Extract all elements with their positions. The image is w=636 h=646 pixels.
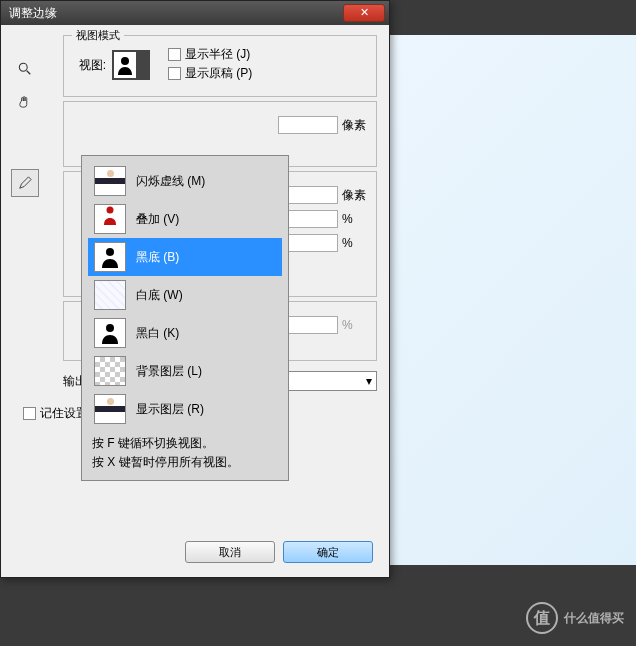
unit-label: % [342, 236, 366, 250]
show-radius-checkbox[interactable]: 显示半径 (J) [168, 46, 252, 63]
unit-label: 像素 [342, 187, 366, 204]
dropdown-item-label: 叠加 (V) [136, 211, 179, 228]
dropdown-item-label: 显示图层 (R) [136, 401, 204, 418]
svg-point-3 [107, 207, 114, 214]
dropdown-item-label: 闪烁虚线 (M) [136, 173, 205, 190]
checkbox-icon [168, 48, 181, 61]
dropdown-item-label: 黑白 (K) [136, 325, 179, 342]
dropdown-item-black-white[interactable]: 黑白 (K) [88, 314, 282, 352]
hint-line: 按 F 键循环切换视图。 [92, 434, 278, 453]
chevron-down-icon: ▾ [366, 374, 372, 388]
refine-edge-dialog: 调整边缘 ✕ 视图模式 视图: [0, 0, 390, 578]
dropdown-item-label: 黑底 (B) [136, 249, 179, 266]
brush-icon [18, 176, 32, 190]
hint-line: 按 X 键暂时停用所有视图。 [92, 453, 278, 472]
dropdown-item-on-black[interactable]: 黑底 (B) [88, 238, 282, 276]
view-dropdown-panel: 闪烁虚线 (M) 叠加 (V) 黑底 (B) 白底 (W) 黑白 (K) 背景图… [81, 155, 289, 481]
dialog-buttons: 取消 确定 [185, 533, 385, 563]
close-button[interactable]: ✕ [343, 4, 385, 22]
thumb-icon [94, 204, 126, 234]
watermark: 值 什么值得买 [526, 602, 624, 634]
svg-point-4 [106, 248, 114, 256]
zoom-tool[interactable] [11, 55, 39, 83]
magnifier-icon [18, 62, 32, 76]
watermark-text: 什么值得买 [564, 610, 624, 627]
show-original-checkbox[interactable]: 显示原稿 (P) [168, 65, 252, 82]
svg-point-5 [106, 324, 114, 332]
svg-point-2 [121, 57, 129, 65]
checkbox-icon [168, 67, 181, 80]
thumb-icon [94, 242, 126, 272]
view-mode-legend: 视图模式 [72, 28, 124, 43]
thumb-icon [94, 280, 126, 310]
hand-icon [18, 94, 32, 108]
thumb-icon [94, 166, 126, 196]
checkbox-icon [23, 407, 36, 420]
dialog-title: 调整边缘 [5, 5, 343, 22]
ok-button[interactable]: 确定 [283, 541, 373, 563]
cancel-button[interactable]: 取消 [185, 541, 275, 563]
dropdown-item-reveal-layer[interactable]: 显示图层 (R) [88, 390, 282, 428]
dropdown-item-label: 白底 (W) [136, 287, 183, 304]
unit-label: % [342, 318, 366, 332]
thumb-icon [94, 356, 126, 386]
dropdown-hint: 按 F 键循环切换视图。 按 X 键暂时停用所有视图。 [88, 428, 282, 474]
dropdown-item-marching-ants[interactable]: 闪烁虚线 (M) [88, 162, 282, 200]
dropdown-item-on-white[interactable]: 白底 (W) [88, 276, 282, 314]
dropdown-item-on-layers[interactable]: 背景图层 (L) [88, 352, 282, 390]
thumb-icon [94, 318, 126, 348]
svg-point-0 [19, 63, 27, 71]
unit-label: % [342, 212, 366, 226]
brush-tool[interactable] [11, 169, 39, 197]
show-original-label: 显示原稿 (P) [185, 65, 252, 82]
tool-column [11, 55, 39, 201]
titlebar[interactable]: 调整边缘 ✕ [1, 1, 389, 25]
hand-tool[interactable] [11, 87, 39, 115]
silhouette-icon [116, 55, 134, 75]
svg-line-1 [27, 71, 31, 75]
view-dropdown[interactable] [112, 50, 150, 80]
view-mode-fieldset: 视图模式 视图: 显示半径 (J) 显示原稿 (P) [63, 35, 377, 97]
watermark-icon: 值 [526, 602, 558, 634]
view-label: 视图: [74, 57, 106, 74]
dropdown-item-overlay[interactable]: 叠加 (V) [88, 200, 282, 238]
dropdown-item-label: 背景图层 (L) [136, 363, 202, 380]
show-radius-label: 显示半径 (J) [185, 46, 250, 63]
thumb-icon [94, 394, 126, 424]
param-input[interactable] [278, 116, 338, 134]
unit-label: 像素 [342, 117, 366, 134]
